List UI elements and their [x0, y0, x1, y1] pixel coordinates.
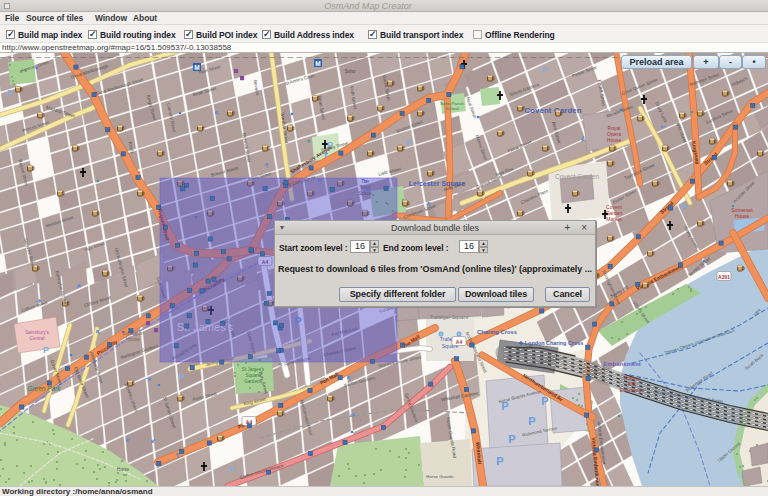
svg-text:P: P [406, 138, 412, 148]
svg-text:School: School [445, 106, 458, 111]
svg-text:Green Park: Green Park [27, 385, 61, 392]
svg-text:P: P [508, 433, 515, 445]
svg-text:House: House [735, 213, 750, 219]
svg-text:Covent Garden: Covent Garden [555, 173, 599, 180]
svg-text:Trafalgar Square: Trafalgar Square [430, 314, 469, 320]
svg-text:Square: Square [246, 373, 261, 378]
svg-text:✚ London Charing Cross: ✚ London Charing Cross [519, 340, 583, 346]
svg-text:Soho: Soho [345, 69, 356, 74]
svg-text:A301: A301 [718, 274, 730, 280]
svg-text:Charing Cross: Charing Cross [477, 329, 517, 335]
svg-text:Market: Market [606, 216, 622, 222]
svg-text:P: P [179, 372, 185, 382]
svg-text:Sainsbury's: Sainsbury's [25, 330, 49, 335]
svg-text:House: House [607, 137, 622, 143]
svg-text:Horse: Horse [117, 467, 130, 472]
svg-text:A4: A4 [456, 339, 463, 345]
svg-text:P: P [681, 202, 687, 212]
svg-text:P: P [528, 415, 535, 427]
svg-text:P: P [7, 88, 13, 98]
svg-text:P: P [541, 395, 548, 407]
svg-text:St James's: St James's [242, 367, 265, 372]
svg-text:P: P [542, 65, 548, 75]
svg-text:Central: Central [30, 336, 45, 341]
svg-text:Embankment: Embankment [603, 361, 641, 367]
svg-text:Experience: Experience [619, 387, 644, 393]
svg-text:M: M [315, 60, 320, 67]
svg-text:P: P [496, 455, 503, 467]
svg-text:Horse Guards: Horse Guards [426, 474, 454, 479]
svg-text:P: P [43, 345, 49, 355]
svg-text:P: P [229, 464, 235, 474]
svg-text:Gardens: Gardens [244, 379, 262, 384]
svg-text:House: House [126, 337, 140, 342]
svg-text:Covent Garden: Covent Garden [524, 106, 581, 115]
